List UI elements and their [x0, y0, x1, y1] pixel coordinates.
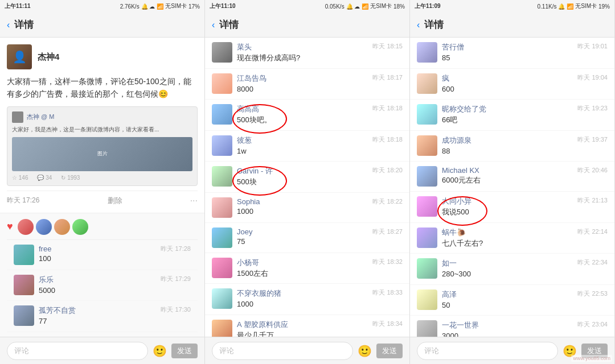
nav-bar-2: ‹ 详情 — [205, 13, 409, 38]
post-time-row: 昨天 17:26 删除 ··· — [7, 191, 198, 206]
comment-avatar-gufang — [14, 305, 34, 326]
panel-2: 上午11:10 0.05K/s 🔔 ☁ 📶 无SIM卡 18% ‹ 详情 菜头 … — [205, 0, 410, 364]
nav-back-1[interactable]: ‹ — [7, 20, 10, 30]
avatar-woniuniu — [417, 228, 437, 248]
comment-xiaoyang: 小杨哥 昨天 18:32 1500左右 — [205, 253, 409, 284]
avatar-jiangdao — [212, 73, 232, 94]
comment-garvin: Garvin - 许 昨天 18:20 500块 — [205, 162, 409, 193]
comment-datong: 大同小异 昨天 21:13 我说500 — [410, 192, 614, 223]
body-caotou: 菜头 昨天 18:15 现在微博分成高吗? — [237, 42, 403, 64]
comment-body-lele: 乐乐 昨天 17:29 5000 — [39, 275, 191, 296]
nav-title-1: 详情 — [14, 18, 34, 31]
comment-item-gufang: 孤芳不自赏 昨天 17:30 77 — [7, 301, 198, 332]
comment-item-lele: 乐乐 昨天 17:29 5000 — [7, 270, 198, 301]
like-avatar-3 — [54, 219, 70, 235]
avatar-sophia — [212, 197, 232, 218]
avatar-gaogaogao — [212, 104, 232, 125]
comment-avatar-free — [14, 245, 34, 265]
comment-body-gufang: 孤芳不自赏 昨天 17:30 77 — [39, 305, 191, 327]
nav-title-3: 详情 — [424, 18, 444, 31]
input-placeholder-1: 评论 — [14, 346, 29, 356]
send-button-1[interactable]: 发送 — [171, 344, 198, 358]
nav-back-2[interactable]: ‹ — [212, 20, 215, 30]
avatar-kuxingseng — [417, 42, 437, 63]
emoji-icon-2[interactable]: 🙂 — [358, 344, 372, 358]
status-right-3: 0.11K/s 🔔 📶 无SIM卡 19% — [538, 2, 610, 10]
comment-michaelkx: Michael KX 昨天 20:46 6000元左右 — [410, 162, 614, 192]
comment-sophia: Sophia 昨天 18:22 1000 — [205, 193, 409, 223]
nav-back-3[interactable]: ‹ — [417, 20, 420, 30]
status-time-2: 上午11:10 — [210, 2, 236, 10]
status-network-1: 无SIM卡 — [165, 2, 187, 10]
status-bar-1: 上午11:11 2.76K/s 🔔 ☁ 📶 无SIM卡 17% — [0, 0, 204, 13]
comment-feng: 疯 昨天 19:04 600 — [410, 69, 614, 100]
comments-divider: free 昨天 17:28 100 乐乐 昨天 17:29 5000 — [7, 239, 198, 332]
panel-1: 上午11:11 2.76K/s 🔔 ☁ 📶 无SIM卡 17% ‹ 详情 👤 杰… — [0, 0, 205, 364]
nav-bar-3: ‹ 详情 — [410, 13, 614, 38]
status-time-3: 上午11:09 — [415, 2, 441, 10]
watermark: www.you85.com — [571, 355, 612, 362]
status-right-2: 0.05K/s 🔔 ☁ 📶 无SIM卡 18% — [325, 2, 405, 10]
comment-text-free: 100 — [39, 253, 191, 264]
comment-body-free: free 昨天 17:28 100 — [39, 245, 191, 264]
comment-text-gufang: 77 — [39, 316, 191, 327]
bottom-bar-2: 评论 🙂 发送 — [205, 337, 409, 364]
status-network-2: 无SIM卡 — [370, 2, 392, 10]
like-avatar-1 — [18, 219, 34, 235]
status-battery-1: 17% — [188, 3, 200, 10]
comment-sujiao: A 塑胶原料供应 昨天 18:34 最少几千万 — [205, 315, 409, 337]
nav-title-2: 详情 — [219, 18, 239, 31]
comment-input-1[interactable]: 评论 — [7, 342, 148, 360]
avatar-caotou — [212, 42, 232, 63]
nav-bar-1: ‹ 详情 — [0, 13, 204, 38]
avatar-xiaoyang — [212, 258, 232, 278]
back-chevron-1: ‹ — [7, 20, 10, 30]
status-icons-2: 🔔 ☁ 📶 — [346, 3, 369, 10]
delete-btn[interactable]: 删除 — [108, 196, 122, 206]
avatar-chenggong — [417, 135, 437, 156]
content-area-3[interactable]: 苦行僧 昨天 19:01 85 疯 昨天 19:04 600 昵称交给了党 — [410, 38, 614, 337]
comment-name-lele: 乐乐 — [39, 275, 54, 285]
comment-name-free: free — [39, 245, 51, 253]
comment-time-gufang: 昨天 17:30 — [161, 305, 191, 314]
content-area-2[interactable]: 菜头 昨天 18:15 现在微博分成高吗? 江岛告鸟 昨天 18:17 8000 — [205, 38, 409, 337]
status-battery-3: 19% — [598, 3, 610, 10]
status-icons-1: 🔔 ☁ 📶 — [141, 3, 164, 10]
comment-gaogaogao: 高高高 昨天 18:18 500块吧。 — [205, 100, 409, 131]
avatar-datong — [417, 196, 437, 217]
avatar-garvin — [212, 166, 232, 187]
comment-jiangdao: 江岛告鸟 昨天 18:17 8000 — [205, 69, 409, 100]
comment-chenggong: 成功源泉 昨天 19:37 88 — [410, 131, 614, 162]
status-icons-3: 🔔 📶 — [558, 3, 573, 10]
heart-icon: ♥ — [7, 221, 13, 233]
comment-text-lele: 5000 — [39, 285, 191, 296]
like-avatar-4 — [72, 219, 88, 235]
send-button-2[interactable]: 发送 — [376, 344, 403, 358]
comment-input-2[interactable]: 评论 — [212, 342, 353, 360]
input-placeholder-3: 评论 — [424, 346, 439, 356]
content-area-1[interactable]: 👤 杰神4 大家猜一猜，这样一条微博，评论在50-100之间，能有多少的广告费，… — [0, 38, 204, 337]
like-row: ♥ — [7, 219, 198, 235]
comment-garvin-wrapper: Garvin - 许 昨天 18:20 500块 — [205, 162, 409, 193]
post-time: 昨天 17:26 — [7, 196, 39, 205]
comment-input-3[interactable]: 评论 — [417, 342, 558, 360]
comment-time-lele: 昨天 17:29 — [161, 275, 191, 283]
comment-woniuniu: 蜗牛🐌 昨天 22:14 七八千左右? — [410, 223, 614, 254]
embedded-post: 杰神 @ M 大家好，我是杰神，这是一条测试微博内容，请大家看看... 图片 ☆… — [7, 106, 198, 186]
avatar-sujiao — [212, 320, 232, 337]
comment-kuxingseng: 苦行僧 昨天 19:01 85 — [410, 38, 614, 69]
status-speed-2: 0.05K/s — [325, 3, 345, 10]
post-container: 👤 杰神4 大家猜一猜，这样一条微博，评论在50-100之间，能有多少的广告费，… — [0, 38, 204, 213]
status-bar-3: 上午11:09 0.11K/s 🔔 📶 无SIM卡 19% — [410, 0, 614, 13]
comment-time-free: 昨天 17:28 — [161, 245, 191, 253]
status-network-3: 无SIM卡 — [575, 2, 597, 10]
comment-header-lele: 乐乐 昨天 17:29 — [39, 275, 191, 285]
comment-avatar-lele — [14, 275, 34, 295]
more-dots[interactable]: ··· — [190, 196, 198, 206]
comment-header-free: free 昨天 17:28 — [39, 245, 191, 253]
status-right-1: 2.76K/s 🔔 ☁ 📶 无SIM卡 17% — [120, 2, 200, 10]
avatar-nicheng — [417, 104, 437, 125]
comment-gaozhe: 高泽 昨天 22:53 50 — [410, 285, 614, 316]
comment-datong-wrapper: 大同小异 昨天 21:13 我说500 — [410, 192, 614, 223]
emoji-icon-1[interactable]: 🙂 — [153, 344, 167, 358]
